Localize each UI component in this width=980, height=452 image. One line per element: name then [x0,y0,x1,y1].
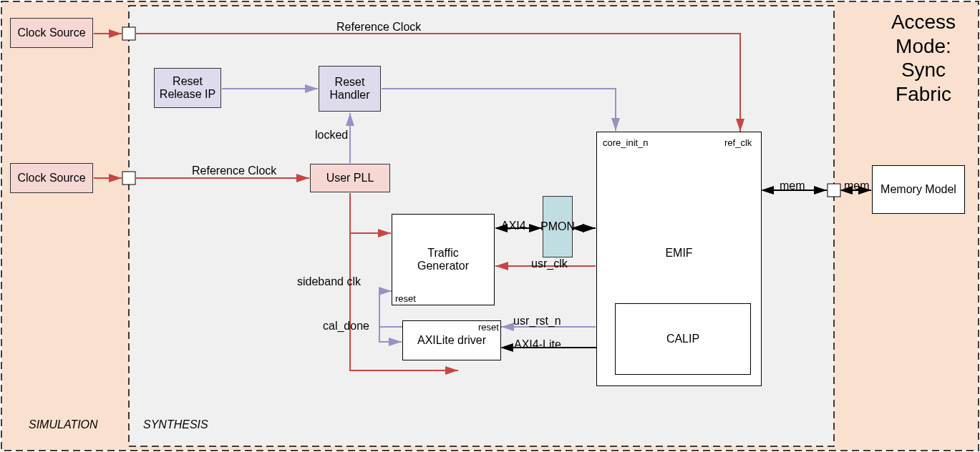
calip-label: CALIP [666,333,699,345]
label-usr-rst-n: usr_rst_n [513,315,561,328]
label-axi4-lite: AXI4-Lite [514,338,561,351]
pmon-label: PMON [540,220,575,233]
clock-source-top-label: Clock Source [17,26,85,39]
block-memory-model: Memory Model [872,165,965,214]
label-cal-done: cal_done [323,320,369,333]
block-user-pll: User PLL [310,164,390,192]
block-reset-handler: Reset Handler [319,66,381,112]
port-axl-reset: reset [478,322,499,333]
title-line2: Mode: [896,35,951,57]
axilite-driver-label: AXILite driver [417,334,486,347]
label-mem-a: mem [780,180,805,192]
block-reset-release-ip: Reset Release IP [154,68,221,108]
label-axi4: AXI4 [501,220,526,232]
block-clock-source-top: Clock Source [10,18,93,48]
svg-rect-2 [122,27,135,40]
label-sideband-clk: sideband clk [297,275,361,288]
port-core-init-n: core_init_n [603,137,649,148]
traffic-gen-label: Traffic Generator [417,247,469,273]
emif-label: EMIF [597,247,761,260]
title-line4: Fabric [896,83,951,105]
block-clock-source-bot: Clock Source [10,163,93,193]
title-line3: Sync [901,59,946,81]
label-usr-clk: usr_clk [531,257,568,270]
svg-rect-4 [828,184,840,197]
clock-source-bot-label: Clock Source [17,172,85,185]
title-line1: Access [891,11,956,33]
svg-rect-3 [122,172,135,185]
region-label-synthesis: SYNTHESIS [143,418,208,431]
user-pll-label: User PLL [326,172,374,185]
block-traffic-generator: Traffic Generator [392,214,495,305]
region-label-simulation: SIMULATION [29,418,98,431]
label-mem-b: mem [844,180,870,192]
reset-handler-label: Reset Handler [329,76,369,102]
port-tg-reset: reset [395,293,416,304]
label-locked: locked [315,129,348,142]
reset-release-ip-label: Reset Release IP [160,75,215,102]
label-reference-clock-bot: Reference Clock [192,164,276,177]
diagram-title: Access Mode: Sync Fabric [873,10,974,106]
block-pmon: PMON [543,196,573,257]
diagram-canvas: Access Mode: Sync Fabric SIMULATION SYNT… [0,0,980,452]
memory-model-label: Memory Model [880,183,956,196]
label-reference-clock-top: Reference Clock [336,21,421,34]
block-calip: CALIP [615,303,751,375]
port-ref-clk: ref_clk [724,137,752,148]
